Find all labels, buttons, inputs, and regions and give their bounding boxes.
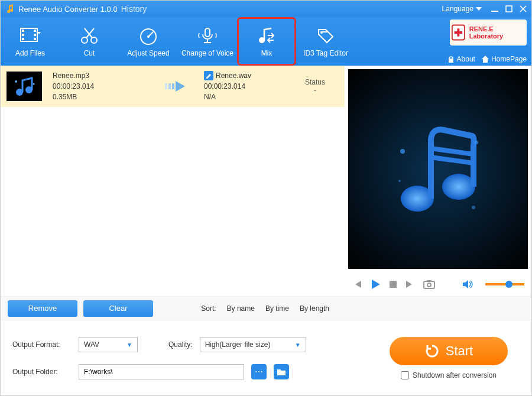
tool-mix[interactable]: Mix [237, 17, 296, 66]
scissors-icon [79, 25, 100, 47]
svg-point-30 [472, 206, 475, 209]
lock-icon [447, 55, 455, 63]
home-icon [481, 55, 489, 63]
more-button[interactable]: ⋯ [251, 364, 267, 379]
remove-button[interactable]: Remove [8, 300, 77, 317]
snapshot-button[interactable] [423, 279, 436, 290]
volume-slider[interactable] [485, 283, 524, 285]
history-link[interactable]: History [121, 4, 147, 14]
tool-id3-editor[interactable]: ID3 Tag Editor [296, 17, 355, 66]
start-area: Start Shutdown after conversion [378, 337, 520, 389]
filmstrip-icon [20, 25, 41, 47]
svg-rect-22 [165, 83, 167, 89]
volume-icon[interactable] [462, 279, 473, 290]
browse-folder-button[interactable] [274, 364, 289, 379]
output-format-label: Output Format: [12, 340, 72, 349]
play-button[interactable] [369, 278, 381, 290]
svg-rect-6 [34, 30, 36, 32]
maximize-button[interactable] [505, 5, 512, 12]
file-list: Renee.mp3 00:00:23.014 0.35MB Renee.wav … [1, 66, 345, 296]
tag-icon [315, 25, 336, 47]
svg-rect-24 [172, 83, 174, 89]
svg-point-20 [15, 80, 17, 83]
status-header: Status [291, 78, 339, 86]
language-dropdown[interactable]: Language [442, 5, 482, 13]
minimize-button[interactable] [491, 5, 498, 12]
input-size: 0.35MB [53, 92, 153, 102]
titlebar: Renee Audio Converter 1.0.0 History Lang… [1, 1, 531, 17]
refresh-icon [424, 343, 440, 359]
bottom-panel: Output Format: WAV ▼ Quality: High(Large… [1, 320, 531, 395]
svg-rect-13 [205, 28, 210, 37]
svg-rect-5 [22, 38, 24, 40]
status-column: Status - [291, 78, 339, 95]
input-duration: 00:00:23.014 [53, 81, 153, 92]
app-title: Renee Audio Converter 1.0.0 [18, 5, 118, 14]
svg-point-10 [91, 37, 97, 43]
svg-rect-1 [506, 6, 512, 12]
quality-label: Quality: [168, 340, 193, 349]
shutdown-checkbox[interactable]: Shutdown after conversion [401, 371, 497, 379]
chevron-down-icon: ▼ [126, 342, 132, 348]
svg-rect-32 [390, 281, 397, 288]
app-icon [5, 4, 15, 14]
gauge-icon [138, 25, 159, 47]
edit-icon[interactable] [204, 71, 213, 80]
next-button[interactable] [405, 279, 416, 290]
output-file-info: Renee.wav 00:00:23.014 N/A [204, 70, 281, 102]
tool-cut[interactable]: Cut [60, 17, 119, 66]
chevron-down-icon [476, 7, 482, 11]
output-duration: 00:00:23.014 [204, 81, 281, 92]
svg-point-12 [147, 35, 150, 38]
homepage-link[interactable]: HomePage [481, 55, 527, 63]
settings-area: Output Format: WAV ▼ Quality: High(Large… [12, 337, 360, 389]
clear-button[interactable]: Clear [83, 300, 153, 317]
svg-rect-35 [427, 280, 432, 282]
close-button[interactable] [520, 5, 527, 12]
input-filename: Renee.mp3 [53, 70, 153, 81]
svg-point-34 [427, 283, 431, 287]
sort-by-length[interactable]: By length [300, 304, 329, 313]
svg-point-31 [398, 180, 401, 182]
output-folder-label: Output Folder: [12, 368, 72, 376]
list-action-bar: Remove Clear Sort: By name By time By le… [1, 296, 531, 320]
preview-panel [345, 66, 531, 296]
svg-rect-8 [34, 38, 36, 40]
player-controls [345, 272, 531, 296]
music-mix-icon [256, 25, 277, 47]
toolbar: Add Files Cut Adjust Speed Change of Voi… [1, 17, 531, 66]
svg-rect-3 [22, 30, 24, 32]
tool-adjust-speed[interactable]: Adjust Speed [119, 17, 178, 66]
svg-point-15 [320, 31, 323, 34]
sort-by-time[interactable]: By time [265, 304, 289, 313]
stop-button[interactable] [388, 280, 398, 289]
main-area: Renee.mp3 00:00:23.014 0.35MB Renee.wav … [1, 66, 531, 296]
tool-change-voice[interactable]: Change of Voice [178, 17, 237, 66]
svg-rect-17 [449, 59, 453, 63]
shutdown-checkbox-input[interactable] [401, 371, 409, 379]
preview-canvas [348, 69, 528, 269]
start-button[interactable]: Start [390, 337, 508, 365]
output-size: N/A [204, 92, 281, 102]
tool-add-files[interactable]: Add Files [1, 17, 60, 66]
file-thumbnail [7, 72, 42, 101]
quality-combo[interactable]: High(Larger file size) ▼ [200, 337, 306, 352]
file-row[interactable]: Renee.mp3 00:00:23.014 0.35MB Renee.wav … [1, 66, 345, 107]
sort-by-name[interactable]: By name [227, 304, 255, 313]
svg-rect-7 [34, 34, 36, 36]
output-folder-input[interactable] [79, 364, 244, 379]
svg-point-29 [475, 141, 478, 144]
arrow-icon [164, 77, 193, 95]
output-format-combo[interactable]: WAV ▼ [79, 337, 138, 352]
svg-point-28 [400, 149, 405, 154]
prev-button[interactable] [352, 279, 362, 290]
about-link[interactable]: About [447, 55, 475, 63]
svg-point-9 [82, 37, 87, 43]
output-filename: Renee.wav [216, 70, 251, 81]
input-file-info: Renee.mp3 00:00:23.014 0.35MB [53, 70, 153, 102]
svg-point-27 [442, 174, 475, 200]
music-note-icon [385, 116, 491, 222]
sort-label: Sort: [201, 304, 216, 313]
svg-point-21 [33, 83, 35, 85]
svg-rect-33 [424, 281, 434, 288]
